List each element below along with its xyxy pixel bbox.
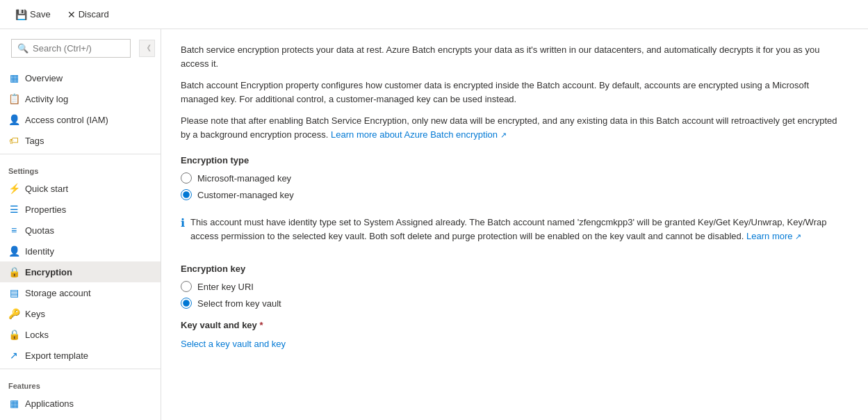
enter-key-uri-radio[interactable] — [181, 281, 192, 292]
encryption-icon: 🔒 — [8, 266, 19, 277]
customer-managed-key-label: Customer-managed key — [197, 190, 294, 200]
storage-account-icon: ▤ — [8, 287, 19, 298]
sidebar-item-locks[interactable]: 🔒 Locks — [0, 324, 161, 345]
description-2: Batch account Encryption property config… — [181, 79, 848, 106]
enter-key-uri-option[interactable]: Enter key URI — [181, 281, 849, 292]
sidebar-item-encryption[interactable]: 🔒 Encryption — [0, 261, 161, 282]
key-vault-label: Key vault and key * — [181, 320, 849, 330]
keys-icon: 🔑 — [8, 308, 19, 319]
search-box[interactable]: 🔍 — [11, 39, 131, 58]
select-from-key-vault-label: Select from key vault — [197, 298, 281, 309]
locks-icon: 🔒 — [8, 329, 19, 340]
search-icon: 🔍 — [17, 43, 28, 54]
sidebar-item-keys[interactable]: 🔑 Keys — [0, 303, 161, 324]
settings-section-header: Settings — [0, 157, 161, 178]
sidebar-item-storage-account[interactable]: ▤ Storage account — [0, 282, 161, 303]
microsoft-managed-key-label: Microsoft-managed key — [197, 173, 291, 184]
enter-key-uri-label: Enter key URI — [197, 282, 254, 292]
main-content: Batch service encryption protects your d… — [161, 29, 868, 420]
sidebar: 🔍 《 ▦ Overview 📋 Activity log 👤 Access c… — [0, 29, 161, 420]
sidebar-item-properties[interactable]: ☰ Properties — [0, 199, 161, 220]
overview-icon: ▦ — [8, 72, 19, 83]
info-icon: ℹ — [181, 216, 185, 229]
sidebar-nav: ▦ Overview 📋 Activity log 👤 Access contr… — [0, 67, 161, 420]
microsoft-managed-key-radio[interactable] — [181, 172, 192, 184]
microsoft-managed-key-option[interactable]: Microsoft-managed key — [181, 172, 849, 184]
applications-icon: ▦ — [8, 398, 19, 409]
export-template-icon: ↗ — [8, 350, 19, 361]
activity-log-icon: 📋 — [8, 93, 19, 104]
quick-start-icon: ⚡ — [8, 183, 19, 194]
customer-managed-key-radio[interactable] — [181, 189, 192, 200]
select-from-key-vault-radio[interactable] — [181, 298, 192, 309]
sidebar-item-quick-start[interactable]: ⚡ Quick start — [0, 178, 161, 199]
learn-more-link-2[interactable]: Learn more ↗ — [746, 231, 801, 241]
discard-button[interactable]: ✕ Discard — [60, 6, 116, 24]
sidebar-item-quotas[interactable]: ≡ Quotas — [0, 220, 161, 241]
discard-icon: ✕ — [67, 9, 76, 20]
top-bar: 💾 Save ✕ Discard — [0, 0, 868, 29]
customer-managed-key-option[interactable]: Customer-managed key — [181, 189, 849, 200]
save-icon: 💾 — [15, 9, 27, 20]
select-key-vault-link[interactable]: Select a key vault and key — [181, 339, 286, 349]
collapse-sidebar-button[interactable]: 《 — [139, 40, 155, 57]
select-from-key-vault-option[interactable]: Select from key vault — [181, 298, 849, 309]
sidebar-item-pools[interactable]: ≡ Pools — [0, 414, 161, 420]
tags-icon: 🏷 — [8, 135, 19, 146]
encryption-key-radio-group: Enter key URI Select from key vault — [181, 281, 849, 309]
encryption-key-label: Encryption key — [181, 264, 849, 274]
sidebar-item-overview[interactable]: ▦ Overview — [0, 67, 161, 88]
encryption-type-label: Encryption type — [181, 155, 849, 165]
sidebar-item-access-control[interactable]: 👤 Access control (IAM) — [0, 109, 161, 130]
sidebar-item-export-template[interactable]: ↗ Export template — [0, 345, 161, 366]
encryption-type-radio-group: Microsoft-managed key Customer-managed k… — [181, 172, 849, 200]
sidebar-item-applications[interactable]: ▦ Applications — [0, 393, 161, 414]
quotas-icon: ≡ — [8, 225, 19, 236]
save-button[interactable]: 💾 Save — [8, 6, 58, 24]
description-3: Please note that after enabling Batch Se… — [181, 114, 848, 141]
sidebar-item-activity-log[interactable]: 📋 Activity log — [0, 88, 161, 109]
required-indicator: * — [259, 320, 263, 330]
learn-more-external-icon: ↗ — [795, 232, 801, 241]
description-1: Batch service encryption protects your d… — [181, 43, 848, 70]
identity-icon: 👤 — [8, 245, 19, 257]
properties-icon: ☰ — [8, 204, 19, 215]
key-vault-section: Key vault and key * Select a key vault a… — [181, 320, 849, 349]
features-section-header: Features — [0, 372, 161, 393]
sidebar-item-identity[interactable]: 👤 Identity — [0, 241, 161, 261]
info-box: ℹ This account must have identity type s… — [181, 209, 848, 250]
learn-more-link[interactable]: Learn more about Azure Batch encryption … — [331, 129, 507, 140]
external-link-icon: ↗ — [500, 131, 507, 139]
search-input[interactable] — [33, 43, 124, 54]
access-control-icon: 👤 — [8, 114, 19, 125]
sidebar-item-tags[interactable]: 🏷 Tags — [0, 130, 161, 151]
